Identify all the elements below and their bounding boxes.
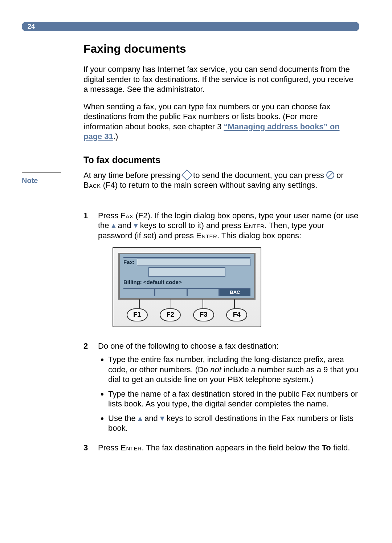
enter-key-label: Enter [244,221,265,230]
f1-button: F1 [127,308,148,321]
up-arrow-icon [138,417,142,421]
f4-button: F4 [226,308,247,321]
f2-button: F2 [160,308,181,321]
subhead-to-fax-documents: To fax documents [83,155,359,165]
note-body: At any time before pressing to send the … [83,170,359,190]
lcd-billing-value: <default code> [143,279,182,286]
f3-button: F3 [193,308,214,321]
step-3: 3 Press Enter. The fax destination appea… [83,443,359,453]
note-label: Note [22,173,61,201]
fn-slot-2 [154,289,186,296]
step-2: 2 Do one of the following to choose a fa… [83,341,359,438]
fn-slot-1 [123,289,154,296]
lcd-destination-box [148,267,225,277]
device-diagram: Fax: Billing: <default code> [113,247,261,327]
page-header: 24 [22,22,359,31]
fn-slot-bac: BAC [219,289,250,296]
lcd-billing-label: Billing: [123,279,142,286]
up-arrow-icon [111,224,116,228]
bullet-use-arrows: Use the and keys to scroll destinations … [108,413,359,433]
down-arrow-icon [134,224,138,228]
enter-key-label: Enter [196,231,217,240]
down-arrow-icon [160,417,164,421]
lcd-fax-label: Fax: [123,259,135,266]
back-key-label: Back [83,181,101,190]
cancel-icon [326,171,334,179]
intro-paragraph-2: When sending a fax, you can type fax num… [83,102,359,142]
bullet-type-name: Type the name of a fax destination store… [108,389,359,409]
intro-paragraph-1: If your company has Internet fax service… [83,64,359,94]
page-title: Faxing documents [83,42,359,56]
enter-key-label: Enter [121,443,142,452]
step-1: 1 Press Fax (F2). If the login dialog bo… [83,211,359,336]
fn-slot-3 [187,289,219,296]
bullet-type-number: Type the entire fax number, including th… [108,354,359,385]
lcd-fax-input [137,259,250,266]
page-number: 24 [28,23,35,31]
fax-key-label: Fax [121,211,133,220]
